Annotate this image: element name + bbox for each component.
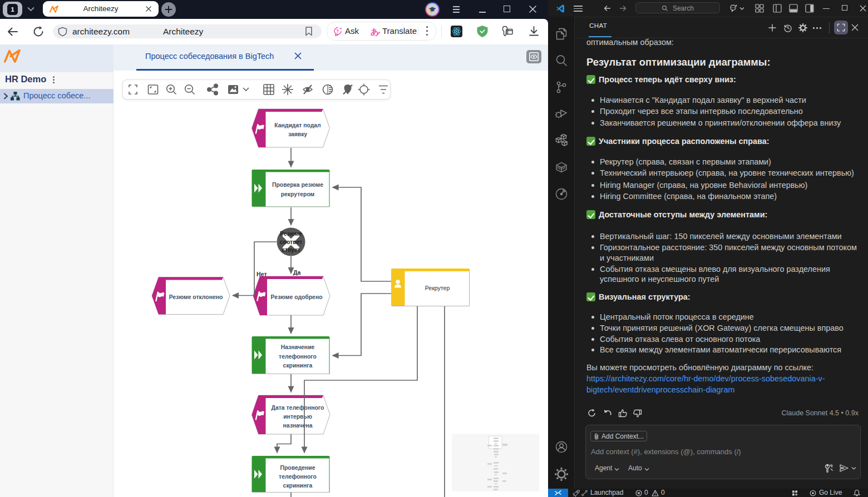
svg-text:соответ: соответ bbox=[280, 239, 302, 245]
svg-text:Резюме: Резюме bbox=[280, 231, 302, 237]
svg-text:ствует: ствует bbox=[282, 247, 300, 253]
svg-text:Кандидат подал: Кандидат подал bbox=[274, 122, 320, 128]
svg-text:телефонного: телефонного bbox=[279, 354, 317, 360]
svg-text:Назначение: Назначение bbox=[281, 344, 315, 350]
svg-text:あ: あ bbox=[371, 27, 379, 36]
svg-text:рекрутером: рекрутером bbox=[281, 191, 315, 197]
svg-text:?: ? bbox=[336, 28, 339, 34]
svg-text:Резюме отклонено: Резюме отклонено bbox=[169, 294, 223, 300]
svg-text:Рекрутер: Рекрутер bbox=[425, 285, 450, 291]
svg-text:интервью: интервью bbox=[283, 414, 312, 420]
svg-text:телефонного: телефонного bbox=[279, 474, 317, 480]
svg-text:Дата телефонного: Дата телефонного bbox=[272, 405, 324, 411]
svg-text:Проведение: Проведение bbox=[280, 465, 315, 471]
svg-text:Да: Да bbox=[293, 269, 301, 276]
svg-text:скрининга: скрининга bbox=[283, 362, 313, 369]
svg-text:заявку: заявку bbox=[288, 131, 307, 137]
svg-text:Резюме одобрено: Резюме одобрено bbox=[270, 294, 322, 300]
svg-text:Нет: Нет bbox=[257, 271, 267, 277]
svg-text:назначена: назначена bbox=[283, 423, 312, 429]
svg-text:Проверка резюме: Проверка резюме bbox=[272, 182, 323, 188]
svg-text:скрининга: скрининга bbox=[283, 483, 313, 489]
